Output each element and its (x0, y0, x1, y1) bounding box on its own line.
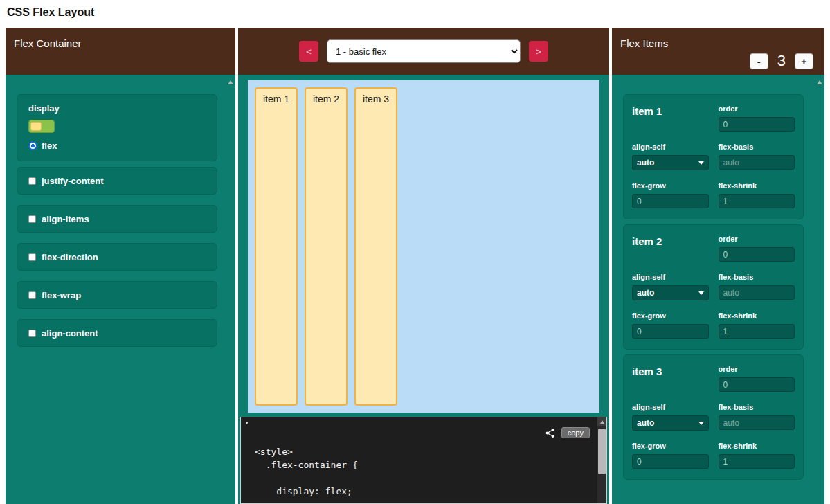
flex-shrink-label: flex-shrink (719, 441, 795, 451)
flex-shrink-field: flex-shrink (719, 181, 795, 208)
scroll-up-button[interactable] (597, 417, 606, 426)
align-self-select-wrap: auto (632, 285, 709, 300)
align-self-select[interactable]: auto (632, 285, 709, 300)
up-arrow-icon[interactable] (228, 80, 233, 84)
option-flex-wrap: flex-wrap (17, 281, 217, 309)
align-self-select-wrap: auto (632, 155, 709, 170)
order-field: order (719, 364, 795, 392)
flex-grow-input[interactable] (632, 324, 709, 339)
remove-item-button[interactable]: - (750, 53, 768, 69)
flex-container-panel-header: Flex Container (6, 28, 235, 75)
example-select[interactable]: 1 - basic flex (327, 39, 521, 63)
order-label: order (719, 364, 795, 374)
flex-grow-input[interactable] (632, 194, 709, 208)
code-toolbar: copy (545, 427, 590, 438)
flex-grow-input[interactable] (632, 454, 709, 469)
item-card-title: item 2 (632, 234, 709, 262)
demo-item: item 1 (255, 87, 298, 406)
code-panel-bullet (246, 422, 248, 424)
next-example-button[interactable]: > (529, 41, 548, 62)
radio-selected-icon[interactable] (28, 141, 37, 150)
scrollbar-thumb[interactable] (598, 429, 606, 474)
flex-shrink-field: flex-shrink (719, 441, 795, 469)
flex-grow-field: flex-grow (632, 311, 709, 339)
option-align-items: align-items (17, 205, 217, 233)
left-panel-scrollbar[interactable] (227, 79, 233, 502)
code-line (255, 471, 358, 485)
up-arrow-icon (600, 420, 604, 424)
order-input[interactable] (719, 247, 795, 262)
display-toggle[interactable] (28, 120, 55, 133)
flex-shrink-input[interactable] (719, 324, 795, 339)
flex-basis-label: flex-basis (719, 142, 795, 152)
flex-wrap-checkbox[interactable] (28, 291, 36, 299)
option-align-content: align-content (17, 319, 217, 347)
flex-grow-label: flex-grow (632, 181, 709, 190)
flex-grow-label: flex-grow (632, 441, 709, 451)
demo-item: item 3 (354, 87, 397, 406)
right-panel-scrollbar[interactable] (816, 79, 822, 502)
code-line: display: flex; (255, 485, 358, 498)
prev-example-button[interactable]: < (299, 41, 318, 62)
up-arrow-icon[interactable] (817, 80, 822, 84)
order-input[interactable] (719, 117, 795, 132)
item-card: item 1 order align-self auto flex-basis (623, 94, 804, 219)
flex-direction-checkbox[interactable] (28, 253, 36, 261)
demo-item: item 2 (305, 87, 348, 406)
code-scrollbar[interactable] (597, 417, 606, 503)
item-card-title: item 3 (632, 364, 709, 392)
option-justify-content: justify-content (17, 167, 217, 195)
flex-radio-label: flex (42, 141, 57, 151)
flex-shrink-input[interactable] (719, 194, 795, 208)
flex-basis-field: flex-basis (719, 272, 795, 300)
item-count-controls: - 3 + (750, 52, 813, 70)
app: Flex Container display flex justify-cont… (0, 28, 830, 504)
flex-basis-input[interactable] (719, 285, 795, 300)
order-field: order (719, 234, 795, 262)
flex-radio-row[interactable]: flex (28, 141, 206, 151)
code-line: .flex-container { (255, 458, 358, 471)
align-self-label: align-self (632, 402, 709, 412)
code-block: <style> .flex-container { display: flex; (255, 445, 358, 498)
flex-basis-label: flex-basis (719, 402, 795, 412)
share-icon[interactable] (545, 428, 555, 438)
option-label: flex-direction (42, 252, 98, 262)
code-panel: copy <style> .flex-container { display: … (240, 417, 607, 504)
align-self-field: align-self auto (632, 402, 709, 431)
flex-shrink-input[interactable] (719, 454, 795, 469)
flex-basis-input[interactable] (719, 415, 795, 430)
example-nav: < 1 - basic flex > (238, 28, 609, 75)
flex-grow-field: flex-grow (632, 181, 709, 208)
toggle-knob-icon (30, 122, 42, 131)
add-item-button[interactable]: + (795, 53, 813, 69)
align-content-checkbox[interactable] (28, 330, 36, 337)
option-label: align-content (42, 328, 98, 339)
preview-panel: < 1 - basic flex > item 1 item 2 item 3 (238, 28, 609, 504)
justify-content-checkbox[interactable] (28, 177, 36, 185)
flex-shrink-field: flex-shrink (719, 311, 795, 339)
code-line: <style> (255, 445, 358, 458)
item-card: item 3 order align-self auto flex-basis (623, 354, 804, 480)
align-items-checkbox[interactable] (28, 215, 36, 223)
flex-container-panel: Flex Container display flex justify-cont… (6, 28, 235, 504)
display-label: display (28, 103, 206, 114)
flex-shrink-label: flex-shrink (719, 181, 795, 190)
copy-button[interactable]: copy (561, 427, 590, 438)
align-self-select[interactable]: auto (632, 155, 709, 170)
order-field: order (719, 104, 795, 132)
flex-basis-input[interactable] (719, 155, 795, 170)
item-card: item 2 order align-self auto flex-basis (623, 224, 804, 350)
item-card-title: item 1 (632, 104, 709, 132)
option-label: justify-content (42, 176, 104, 186)
flex-container-body: display flex justify-content align-items (6, 75, 235, 364)
flex-basis-label: flex-basis (719, 272, 795, 282)
item-count: 3 (777, 52, 786, 70)
flex-container-title: Flex Container (14, 37, 82, 49)
flex-preview-area: item 1 item 2 item 3 (248, 80, 599, 413)
flex-grow-field: flex-grow (632, 441, 709, 469)
align-self-select[interactable]: auto (632, 415, 709, 431)
align-self-field: align-self auto (632, 272, 709, 300)
order-input[interactable] (719, 377, 795, 392)
order-label: order (719, 234, 795, 244)
flex-items-body: item 1 order align-self auto flex-basis (612, 75, 824, 480)
